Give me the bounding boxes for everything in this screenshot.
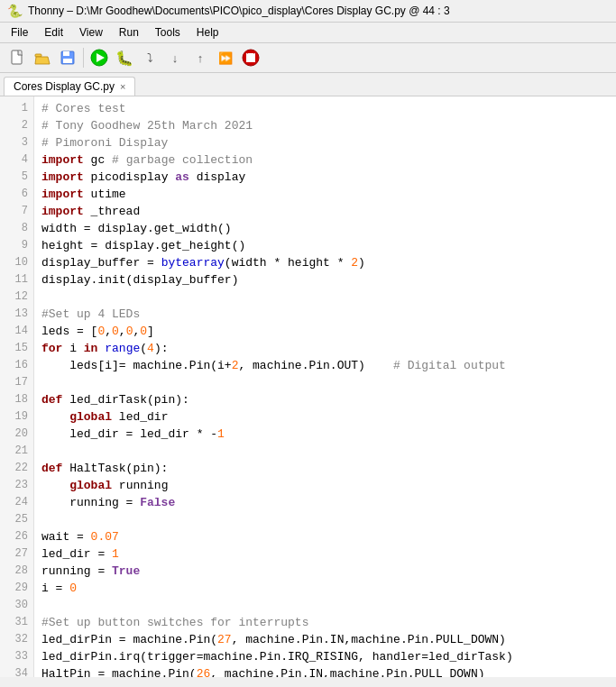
code-line: import gc # garbage collection [41,153,253,167]
menu-tools[interactable]: Tools [148,24,188,41]
svg-rect-0 [12,50,22,64]
svg-line-10 [253,51,255,53]
code-line: led_dir = 1 [41,547,119,561]
menu-file[interactable]: File [4,24,35,41]
tab-label: Cores Display GC.py [14,80,115,93]
code-line: import picodisplay as display [41,170,245,184]
menu-view[interactable]: View [72,24,110,41]
title-text: Thonny – D:\Mr Goodhew\Documents\PICO\pi… [28,5,450,17]
tab-bar: Cores Display GC.py × [0,73,616,96]
resume-button[interactable]: ⏩ [214,46,237,69]
code-line: height = display.get_height() [41,239,245,252]
svg-rect-3 [63,51,69,56]
code-line: i = 0 [41,582,77,595]
code-line: wait = 0.07 [41,530,119,544]
title-bar: 🐍 Thonny – D:\Mr Goodhew\Documents\PICO\… [0,0,616,23]
code-line: led_dirPin = machine.Pin(27, machine.Pin… [41,633,506,646]
app-icon: 🐍 [7,4,23,18]
editor[interactable]: 1234567891011121314151617181920212223242… [0,96,616,677]
run-button[interactable] [87,46,111,69]
step-over-button[interactable]: ⤵ [138,46,161,69]
toolbar: 🐛 ⤵ ↓ ↑ ⏩ [0,43,616,73]
code-line: running = True [41,564,140,578]
code-line: led_dir = led_dir * -1 [41,427,225,441]
step-out-button[interactable]: ↑ [188,46,212,69]
code-area[interactable]: # Cores test # Tony Goodhew 25th March 2… [34,96,616,677]
code-line: HaltPin = machine.Pin(26, machine.Pin.IN… [41,667,485,677]
svg-rect-1 [35,54,41,57]
code-line: display_buffer = bytearray(width * heigh… [41,256,365,270]
code-line: leds[i]= machine.Pin(i+2, machine.Pin.OU… [41,359,506,372]
code-line: running = False [41,496,175,509]
code-line: global running [41,479,168,492]
code-line: width = display.get_width() [41,222,232,235]
menu-edit[interactable]: Edit [37,24,70,41]
svg-line-11 [246,51,248,53]
code-line: for i in range(4): [41,342,168,355]
svg-rect-4 [63,59,72,63]
code-line: # Pimoroni Display [41,136,168,150]
step-into-button[interactable]: ↓ [163,46,187,69]
code-line: # Tony Goodhew 25th March 2021 [41,119,253,133]
menu-bar: File Edit View Run Tools Help [0,23,616,43]
menu-help[interactable]: Help [189,24,226,41]
code-line: display.init(display_buffer) [41,273,238,287]
code-line: def led_dirTask(pin): [41,393,189,407]
line-numbers: 1234567891011121314151617181920212223242… [0,96,34,677]
code-line: led_dirPin.irq(trigger=machine.Pin.IRQ_R… [41,650,513,664]
open-button[interactable] [31,46,54,69]
menu-run[interactable]: Run [112,24,146,41]
new-button[interactable] [5,46,29,69]
svg-marker-8 [246,53,255,62]
tab-cores-display[interactable]: Cores Display GC.py × [4,77,135,96]
save-button[interactable] [56,46,79,69]
toolbar-sep-1 [83,48,84,68]
code-line: #Set up 4 LEDs [41,307,140,321]
debug-button[interactable]: 🐛 [113,46,136,69]
code-line: # Cores test [41,102,126,115]
tab-close-button[interactable]: × [120,81,125,92]
code-line: leds = [0,0,0,0] [41,325,154,338]
code-line: #Set up button switches for interrupts [41,616,308,629]
code-line: global led_dir [41,410,168,424]
code-line: import _thread [41,205,140,218]
code-line: def HaltTask(pin): [41,462,168,475]
code-line: import utime [41,188,126,201]
stop-button[interactable] [239,46,262,69]
